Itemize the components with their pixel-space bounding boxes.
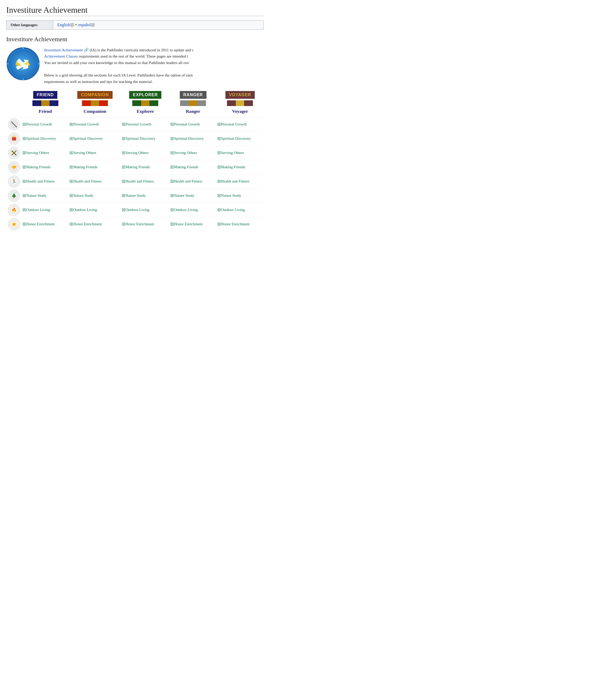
cell-voyager-outdoor-living: ⊞Outdoor Living [216, 203, 264, 217]
icon-spiritual-discovery [6, 131, 22, 146]
cell-friend-honor-enrichment: ⊞Honor Enrichment [22, 217, 69, 231]
link-companion-honor-enrichment[interactable]: ⊞Honor Enrichment [70, 222, 120, 226]
cat-label: Nature Study [26, 193, 46, 198]
intro-section: Investiture Achievement 🔗 (IA) is the Pa… [6, 47, 264, 85]
cat-label: Spiritual Discovery [73, 136, 103, 141]
expand-icon: ⊞ [70, 123, 72, 126]
link-voyager-making-friends[interactable]: ⊞Making Friends [218, 165, 263, 169]
lang-espanol-link[interactable]: español ⊞ [78, 23, 95, 27]
cell-friend-personal-growth: ⊞Personal Growth [22, 117, 69, 131]
link-ranger-serving-others[interactable]: ⊞Serving Others [171, 151, 215, 155]
expand-icon: ⊞ [70, 166, 72, 169]
link-voyager-outdoor-living[interactable]: ⊞Outdoor Living [218, 208, 263, 212]
expand-icon-english: ⊞ [70, 23, 74, 26]
cat-label: Spiritual Discovery [221, 136, 251, 141]
link-ranger-health-fitness[interactable]: ⊞Health and Fitness [171, 179, 215, 183]
cat-label: Making Friends [174, 165, 198, 169]
link-companion-spiritual-discovery[interactable]: ⊞Spiritual Discovery [70, 136, 120, 141]
cat-label: Honor Enrichment [26, 222, 55, 226]
link-ranger-spiritual-discovery[interactable]: ⊞Spiritual Discovery [171, 136, 215, 141]
link-friend-making-friends[interactable]: ⊞Making Friends [23, 165, 68, 169]
ribbon-explorer [132, 100, 158, 106]
link-ranger-nature-study[interactable]: ⊞Nature Study [171, 193, 215, 198]
expand-icon: ⊞ [70, 194, 72, 197]
cat-label: Nature Study [221, 193, 241, 198]
link-voyager-spiritual-discovery[interactable]: ⊞Spiritual Discovery [218, 136, 263, 141]
cat-label: Spiritual Discovery [126, 136, 155, 141]
expand-icon: ⊞ [23, 137, 26, 140]
link-explorer-honor-enrichment[interactable]: ⊞Honor Enrichment [122, 222, 169, 226]
link-companion-health-fitness[interactable]: ⊞Health and Fitness [70, 179, 120, 183]
grid-row: ⊞Spiritual Discovery⊞Spiritual Discovery… [6, 131, 264, 146]
cat-label: Nature Study [174, 193, 194, 198]
link-companion-personal-growth[interactable]: ⊞Personal Growth [70, 122, 120, 127]
link-voyager-personal-growth[interactable]: ⊞Personal Growth [218, 122, 263, 127]
expand-icon: ⊞ [171, 180, 173, 183]
cat-label: Serving Others [221, 151, 244, 155]
link-voyager-honor-enrichment[interactable]: ⊞Honor Enrichment [218, 222, 263, 226]
cat-label: Serving Others [126, 151, 149, 155]
link-friend-honor-enrichment[interactable]: ⊞Honor Enrichment [23, 222, 68, 226]
link-companion-outdoor-living[interactable]: ⊞Outdoor Living [70, 208, 120, 212]
cell-voyager-personal-growth: ⊞Personal Growth [216, 117, 264, 131]
link-voyager-nature-study[interactable]: ⊞Nature Study [218, 193, 263, 198]
cat-label: Serving Others [174, 151, 197, 155]
link-voyager-serving-others[interactable]: ⊞Serving Others [218, 151, 263, 155]
cat-label: Personal Growth [26, 122, 52, 127]
cat-label: Serving Others [73, 151, 96, 155]
link-companion-serving-others[interactable]: ⊞Serving Others [70, 151, 120, 155]
link-friend-spiritual-discovery[interactable]: ⊞Spiritual Discovery [23, 136, 68, 141]
svg-text:🔥: 🔥 [12, 207, 17, 212]
achievement-classes-link[interactable]: Achievement Classes [44, 54, 78, 58]
link-companion-making-friends[interactable]: ⊞Making Friends [70, 165, 120, 169]
svg-point-7 [22, 79, 24, 80]
expand-icon: ⊞ [23, 180, 26, 183]
cat-label: Making Friends [26, 165, 50, 169]
link-explorer-serving-others[interactable]: ⊞Serving Others [122, 151, 169, 155]
cell-voyager-spiritual-discovery: ⊞Spiritual Discovery [216, 131, 264, 146]
link-ranger-honor-enrichment[interactable]: ⊞Honor Enrichment [171, 222, 215, 226]
cat-label: Nature Study [73, 193, 93, 198]
link-explorer-making-friends[interactable]: ⊞Making Friends [122, 165, 169, 169]
lang-english-link[interactable]: English ⊞ [57, 23, 74, 27]
expand-icon: ⊞ [23, 151, 26, 154]
link-friend-nature-study[interactable]: ⊞Nature Study [23, 193, 68, 198]
cell-ranger-personal-growth: ⊞Personal Growth [170, 117, 216, 131]
link-explorer-spiritual-discovery[interactable]: ⊞Spiritual Discovery [122, 136, 169, 141]
link-explorer-nature-study[interactable]: ⊞Nature Study [122, 193, 169, 198]
cat-label: Serving Others [26, 151, 49, 155]
expand-icon: ⊞ [171, 151, 173, 154]
ia-logo [6, 47, 40, 81]
cat-label: Health and Fitness [126, 179, 154, 183]
svg-rect-18 [149, 100, 158, 106]
link-ranger-personal-growth[interactable]: ⊞Personal Growth [171, 122, 215, 127]
expand-icon: ⊞ [218, 209, 221, 211]
link-voyager-health-fitness[interactable]: ⊞Health and Fitness [218, 179, 263, 183]
link-friend-personal-growth[interactable]: ⊞Personal Growth [23, 122, 68, 127]
link-friend-outdoor-living[interactable]: ⊞Outdoor Living [23, 208, 68, 212]
link-friend-serving-others[interactable]: ⊞Serving Others [23, 151, 68, 155]
link-friend-health-fitness[interactable]: ⊞Health and Fitness [23, 179, 68, 183]
cell-voyager-honor-enrichment: ⊞Honor Enrichment [216, 217, 264, 231]
expand-icon: ⊞ [23, 166, 26, 169]
cat-label: Personal Growth [126, 122, 151, 127]
expand-icon: ⊞ [70, 137, 72, 140]
level-header-row: FRIEND Friend COMPANION [6, 90, 264, 117]
expand-icon: ⊞ [218, 223, 221, 225]
svg-rect-24 [244, 100, 253, 106]
link-explorer-health-fitness[interactable]: ⊞Health and Fitness [122, 179, 169, 183]
link-explorer-outdoor-living[interactable]: ⊞Outdoor Living [122, 208, 169, 212]
svg-rect-11 [41, 100, 49, 106]
expand-icon: ⊞ [23, 123, 26, 126]
link-ranger-making-friends[interactable]: ⊞Making Friends [171, 165, 215, 169]
link-explorer-personal-growth[interactable]: ⊞Personal Growth [122, 122, 169, 127]
cat-label: Personal Growth [73, 122, 99, 127]
link-companion-nature-study[interactable]: ⊞Nature Study [70, 193, 120, 198]
ribbon-friend [33, 100, 58, 106]
link-ranger-outdoor-living[interactable]: ⊞Outdoor Living [171, 208, 215, 212]
ia-link[interactable]: Investiture Achievement 🔗 [44, 48, 89, 52]
expand-icon-espanol: ⊞ [91, 23, 95, 26]
grid-row: ⊞Nature Study⊞Nature Study⊞Nature Study⊞… [6, 189, 264, 203]
cell-companion-making-friends: ⊞Making Friends [69, 160, 121, 174]
header-explorer: EXPLORER Explorer [121, 90, 170, 117]
